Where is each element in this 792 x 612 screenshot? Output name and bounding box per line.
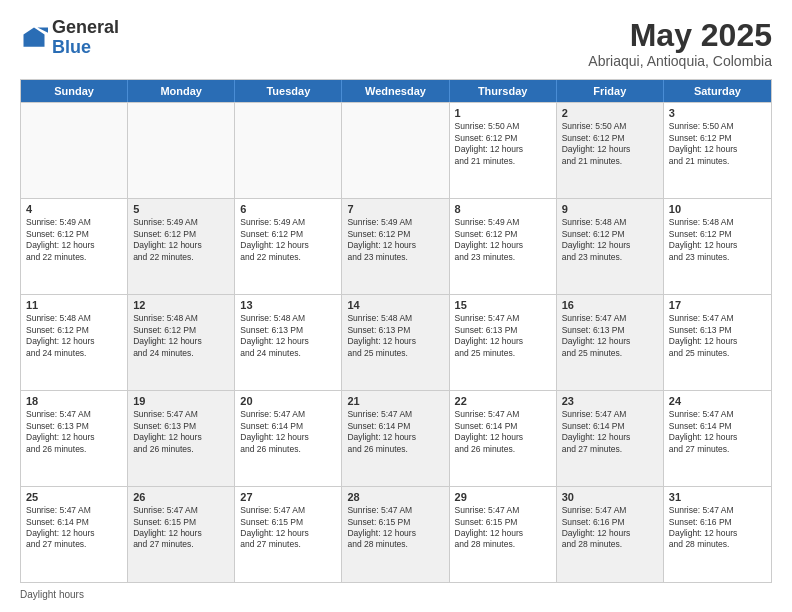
footer: Daylight hours bbox=[20, 589, 772, 600]
calendar: SundayMondayTuesdayWednesdayThursdayFrid… bbox=[20, 79, 772, 583]
day-number: 25 bbox=[26, 491, 122, 503]
day-number: 3 bbox=[669, 107, 766, 119]
calendar-cell: 15Sunrise: 5:47 AM Sunset: 6:13 PM Dayli… bbox=[450, 295, 557, 390]
calendar-header-cell: Thursday bbox=[450, 80, 557, 102]
logo-icon bbox=[20, 24, 48, 52]
calendar-cell: 7Sunrise: 5:49 AM Sunset: 6:12 PM Daylig… bbox=[342, 199, 449, 294]
day-number: 11 bbox=[26, 299, 122, 311]
day-info: Sunrise: 5:49 AM Sunset: 6:12 PM Dayligh… bbox=[240, 217, 336, 263]
day-info: Sunrise: 5:49 AM Sunset: 6:12 PM Dayligh… bbox=[26, 217, 122, 263]
day-number: 1 bbox=[455, 107, 551, 119]
calendar-cell: 12Sunrise: 5:48 AM Sunset: 6:12 PM Dayli… bbox=[128, 295, 235, 390]
month-title: May 2025 bbox=[588, 18, 772, 53]
calendar-cell: 17Sunrise: 5:47 AM Sunset: 6:13 PM Dayli… bbox=[664, 295, 771, 390]
day-number: 21 bbox=[347, 395, 443, 407]
calendar-cell: 5Sunrise: 5:49 AM Sunset: 6:12 PM Daylig… bbox=[128, 199, 235, 294]
calendar-header-cell: Sunday bbox=[21, 80, 128, 102]
calendar-cell: 28Sunrise: 5:47 AM Sunset: 6:15 PM Dayli… bbox=[342, 487, 449, 582]
day-info: Sunrise: 5:47 AM Sunset: 6:13 PM Dayligh… bbox=[26, 409, 122, 455]
day-number: 17 bbox=[669, 299, 766, 311]
calendar-cell: 23Sunrise: 5:47 AM Sunset: 6:14 PM Dayli… bbox=[557, 391, 664, 486]
day-number: 18 bbox=[26, 395, 122, 407]
calendar-header-cell: Saturday bbox=[664, 80, 771, 102]
day-number: 6 bbox=[240, 203, 336, 215]
day-info: Sunrise: 5:47 AM Sunset: 6:14 PM Dayligh… bbox=[669, 409, 766, 455]
day-info: Sunrise: 5:47 AM Sunset: 6:14 PM Dayligh… bbox=[240, 409, 336, 455]
calendar-cell: 1Sunrise: 5:50 AM Sunset: 6:12 PM Daylig… bbox=[450, 103, 557, 198]
day-number: 15 bbox=[455, 299, 551, 311]
calendar-header-cell: Friday bbox=[557, 80, 664, 102]
calendar-cell: 26Sunrise: 5:47 AM Sunset: 6:15 PM Dayli… bbox=[128, 487, 235, 582]
day-info: Sunrise: 5:47 AM Sunset: 6:13 PM Dayligh… bbox=[669, 313, 766, 359]
day-info: Sunrise: 5:48 AM Sunset: 6:13 PM Dayligh… bbox=[347, 313, 443, 359]
day-number: 24 bbox=[669, 395, 766, 407]
calendar-cell: 22Sunrise: 5:47 AM Sunset: 6:14 PM Dayli… bbox=[450, 391, 557, 486]
day-number: 30 bbox=[562, 491, 658, 503]
day-number: 31 bbox=[669, 491, 766, 503]
day-info: Sunrise: 5:47 AM Sunset: 6:14 PM Dayligh… bbox=[455, 409, 551, 455]
subtitle: Abriaqui, Antioquia, Colombia bbox=[588, 53, 772, 69]
footer-text: Daylight hours bbox=[20, 589, 84, 600]
day-number: 12 bbox=[133, 299, 229, 311]
calendar-cell: 16Sunrise: 5:47 AM Sunset: 6:13 PM Dayli… bbox=[557, 295, 664, 390]
day-info: Sunrise: 5:50 AM Sunset: 6:12 PM Dayligh… bbox=[455, 121, 551, 167]
day-info: Sunrise: 5:47 AM Sunset: 6:16 PM Dayligh… bbox=[669, 505, 766, 551]
calendar-row: 25Sunrise: 5:47 AM Sunset: 6:14 PM Dayli… bbox=[21, 486, 771, 582]
calendar-cell bbox=[21, 103, 128, 198]
day-info: Sunrise: 5:48 AM Sunset: 6:12 PM Dayligh… bbox=[26, 313, 122, 359]
day-info: Sunrise: 5:47 AM Sunset: 6:15 PM Dayligh… bbox=[133, 505, 229, 551]
calendar-cell: 30Sunrise: 5:47 AM Sunset: 6:16 PM Dayli… bbox=[557, 487, 664, 582]
day-info: Sunrise: 5:48 AM Sunset: 6:12 PM Dayligh… bbox=[669, 217, 766, 263]
logo: General Blue bbox=[20, 18, 119, 58]
calendar-header-cell: Wednesday bbox=[342, 80, 449, 102]
day-info: Sunrise: 5:47 AM Sunset: 6:15 PM Dayligh… bbox=[240, 505, 336, 551]
calendar-header-cell: Monday bbox=[128, 80, 235, 102]
calendar-cell: 25Sunrise: 5:47 AM Sunset: 6:14 PM Dayli… bbox=[21, 487, 128, 582]
day-number: 7 bbox=[347, 203, 443, 215]
day-info: Sunrise: 5:49 AM Sunset: 6:12 PM Dayligh… bbox=[347, 217, 443, 263]
logo-general-text: General bbox=[52, 17, 119, 37]
day-info: Sunrise: 5:48 AM Sunset: 6:12 PM Dayligh… bbox=[562, 217, 658, 263]
day-info: Sunrise: 5:47 AM Sunset: 6:16 PM Dayligh… bbox=[562, 505, 658, 551]
calendar-cell bbox=[342, 103, 449, 198]
day-number: 4 bbox=[26, 203, 122, 215]
day-info: Sunrise: 5:48 AM Sunset: 6:12 PM Dayligh… bbox=[133, 313, 229, 359]
day-info: Sunrise: 5:47 AM Sunset: 6:15 PM Dayligh… bbox=[347, 505, 443, 551]
day-info: Sunrise: 5:50 AM Sunset: 6:12 PM Dayligh… bbox=[562, 121, 658, 167]
day-number: 28 bbox=[347, 491, 443, 503]
day-number: 22 bbox=[455, 395, 551, 407]
day-number: 10 bbox=[669, 203, 766, 215]
day-info: Sunrise: 5:47 AM Sunset: 6:14 PM Dayligh… bbox=[26, 505, 122, 551]
calendar-cell: 4Sunrise: 5:49 AM Sunset: 6:12 PM Daylig… bbox=[21, 199, 128, 294]
svg-marker-0 bbox=[24, 27, 45, 46]
calendar-cell: 10Sunrise: 5:48 AM Sunset: 6:12 PM Dayli… bbox=[664, 199, 771, 294]
header: General Blue May 2025 Abriaqui, Antioqui… bbox=[20, 18, 772, 69]
calendar-cell: 14Sunrise: 5:48 AM Sunset: 6:13 PM Dayli… bbox=[342, 295, 449, 390]
calendar-cell: 18Sunrise: 5:47 AM Sunset: 6:13 PM Dayli… bbox=[21, 391, 128, 486]
calendar-cell: 11Sunrise: 5:48 AM Sunset: 6:12 PM Dayli… bbox=[21, 295, 128, 390]
day-number: 16 bbox=[562, 299, 658, 311]
day-number: 19 bbox=[133, 395, 229, 407]
calendar-cell: 2Sunrise: 5:50 AM Sunset: 6:12 PM Daylig… bbox=[557, 103, 664, 198]
calendar-row: 18Sunrise: 5:47 AM Sunset: 6:13 PM Dayli… bbox=[21, 390, 771, 486]
day-number: 26 bbox=[133, 491, 229, 503]
calendar-body: 1Sunrise: 5:50 AM Sunset: 6:12 PM Daylig… bbox=[21, 102, 771, 582]
day-info: Sunrise: 5:49 AM Sunset: 6:12 PM Dayligh… bbox=[455, 217, 551, 263]
day-number: 5 bbox=[133, 203, 229, 215]
calendar-cell: 24Sunrise: 5:47 AM Sunset: 6:14 PM Dayli… bbox=[664, 391, 771, 486]
calendar-cell: 3Sunrise: 5:50 AM Sunset: 6:12 PM Daylig… bbox=[664, 103, 771, 198]
calendar-cell: 27Sunrise: 5:47 AM Sunset: 6:15 PM Dayli… bbox=[235, 487, 342, 582]
logo-blue-text: Blue bbox=[52, 37, 91, 57]
calendar-row: 1Sunrise: 5:50 AM Sunset: 6:12 PM Daylig… bbox=[21, 102, 771, 198]
day-number: 23 bbox=[562, 395, 658, 407]
day-info: Sunrise: 5:48 AM Sunset: 6:13 PM Dayligh… bbox=[240, 313, 336, 359]
page: General Blue May 2025 Abriaqui, Antioqui… bbox=[0, 0, 792, 612]
calendar-cell: 13Sunrise: 5:48 AM Sunset: 6:13 PM Dayli… bbox=[235, 295, 342, 390]
calendar-cell: 31Sunrise: 5:47 AM Sunset: 6:16 PM Dayli… bbox=[664, 487, 771, 582]
calendar-header-cell: Tuesday bbox=[235, 80, 342, 102]
calendar-row: 11Sunrise: 5:48 AM Sunset: 6:12 PM Dayli… bbox=[21, 294, 771, 390]
calendar-cell: 9Sunrise: 5:48 AM Sunset: 6:12 PM Daylig… bbox=[557, 199, 664, 294]
day-info: Sunrise: 5:49 AM Sunset: 6:12 PM Dayligh… bbox=[133, 217, 229, 263]
calendar-cell: 6Sunrise: 5:49 AM Sunset: 6:12 PM Daylig… bbox=[235, 199, 342, 294]
day-info: Sunrise: 5:47 AM Sunset: 6:13 PM Dayligh… bbox=[455, 313, 551, 359]
